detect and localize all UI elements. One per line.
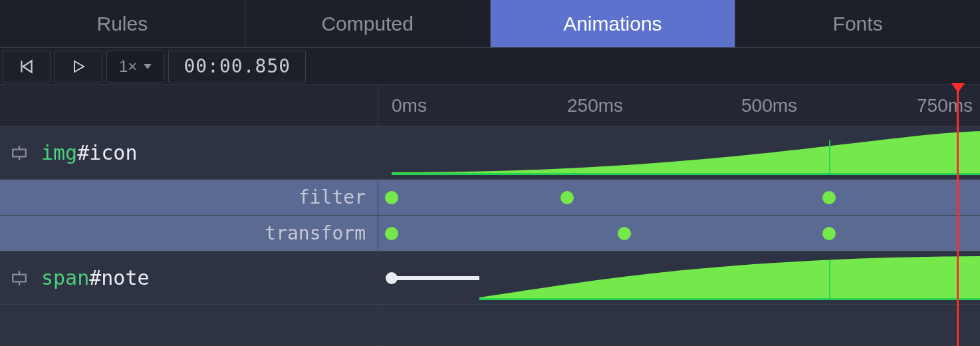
property-name: transform	[265, 222, 366, 244]
element-selector: img#icon	[41, 141, 138, 164]
keyframe[interactable]	[822, 191, 836, 204]
tab-fonts[interactable]: Fonts	[735, 0, 980, 47]
play-button[interactable]	[55, 51, 102, 83]
rewind-icon	[18, 58, 35, 75]
time-tick: 250ms	[567, 95, 623, 116]
playback-speed-select[interactable]: 1×	[106, 51, 164, 83]
animation-delay[interactable]	[392, 276, 479, 280]
timeline-spacer	[0, 305, 980, 346]
svg-marker-2	[74, 61, 84, 72]
tab-animations[interactable]: Animations	[491, 0, 736, 47]
iteration-marker	[829, 260, 830, 299]
node-highlighter-icon[interactable]	[9, 143, 29, 163]
animation-delay-start[interactable]	[386, 272, 398, 284]
rewind-button[interactable]	[3, 51, 51, 83]
animation-timeline: 0ms 250ms 500ms 750ms img#icon filter	[0, 85, 980, 346]
inspector-tabs: Rules Computed Animations Fonts	[0, 0, 980, 48]
time-tick: 750ms	[917, 95, 973, 116]
node-highlighter-icon[interactable]	[9, 268, 29, 288]
property-row[interactable]: transform	[0, 216, 980, 252]
animation-controls: 1× 00:00.850	[0, 48, 980, 85]
tab-computed[interactable]: Computed	[245, 0, 491, 47]
chevron-down-icon	[144, 64, 152, 69]
time-ruler[interactable]: 0ms 250ms 500ms 750ms	[0, 85, 980, 126]
keyframe[interactable]	[385, 227, 398, 240]
keyframe[interactable]	[560, 191, 574, 204]
time-tick: 0ms	[392, 95, 427, 116]
animation-summary-track[interactable]	[378, 126, 980, 179]
playhead-marker-icon	[951, 83, 965, 92]
keyframe[interactable]	[618, 227, 631, 240]
playhead-scrubber[interactable]	[957, 85, 959, 346]
time-tick: 500ms	[741, 95, 797, 116]
svg-rect-6	[13, 274, 26, 281]
tab-rules[interactable]: Rules	[0, 0, 245, 47]
property-row[interactable]: filter	[0, 180, 980, 216]
play-icon	[70, 59, 86, 75]
animation-summary-track[interactable]	[378, 252, 980, 304]
playback-speed-value: 1×	[119, 57, 137, 76]
animated-element-row[interactable]: span#note	[0, 252, 980, 305]
timecode-display: 00:00.850	[168, 51, 306, 83]
property-name: filter	[299, 186, 366, 208]
iteration-marker	[829, 140, 830, 174]
keyframe[interactable]	[822, 227, 836, 240]
animated-element-row[interactable]: img#icon	[0, 126, 980, 180]
svg-marker-1	[23, 61, 32, 72]
svg-rect-3	[13, 149, 26, 156]
element-selector: span#note	[41, 266, 150, 289]
keyframe[interactable]	[385, 191, 398, 204]
